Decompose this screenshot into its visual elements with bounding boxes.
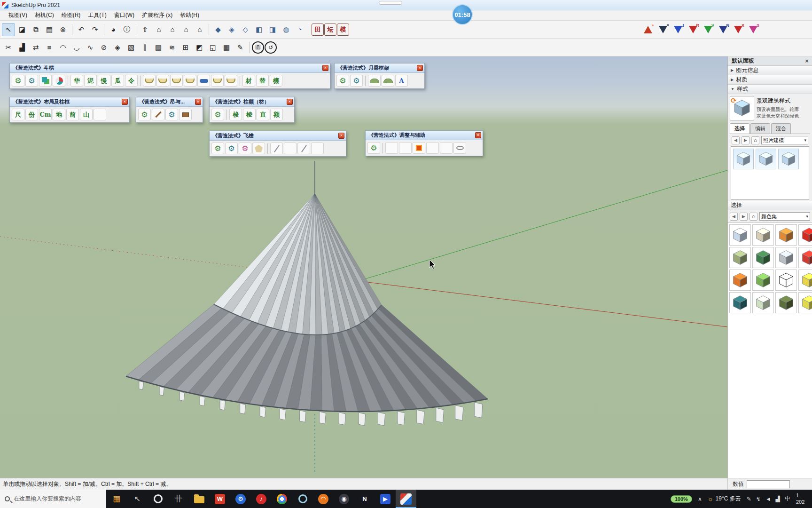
tool-structure-1-icon[interactable]: ⌂ bbox=[152, 23, 165, 36]
tool-mesh-icon[interactable]: ▦ bbox=[220, 41, 233, 54]
ptb-tiaozheng-sqred-icon[interactable] bbox=[413, 142, 425, 154]
photo-match-thumb-2[interactable] bbox=[756, 149, 776, 169]
recorder-handle[interactable] bbox=[379, 1, 402, 5]
style-swatch-13[interactable] bbox=[729, 292, 751, 313]
ptb-dougong-cup-icon[interactable] bbox=[143, 75, 156, 87]
tool-flip-icon[interactable]: ⇄ bbox=[29, 41, 42, 54]
tool-arrow-up-red[interactable]: + bbox=[642, 24, 654, 36]
ptb-dougong-cup-icon[interactable] bbox=[184, 75, 196, 87]
style-swatch-15[interactable] bbox=[775, 292, 797, 313]
taskbar-dark-app[interactable]: ◉ bbox=[334, 490, 354, 508]
taskbar-folder-app[interactable] bbox=[189, 490, 210, 508]
tool-push-pull-icon[interactable]: ⇧ bbox=[139, 23, 152, 36]
tool-circle-cn-icon[interactable]: 圆 bbox=[252, 41, 264, 54]
close-icon[interactable]: × bbox=[417, 65, 423, 71]
taskbar-chrome-app[interactable] bbox=[272, 490, 292, 508]
taskbar-tools-app[interactable]: 卄 bbox=[168, 490, 189, 508]
close-icon[interactable]: × bbox=[475, 132, 481, 138]
taskbar-settings-app[interactable]: ⚙ bbox=[230, 490, 251, 508]
menu-item-3[interactable]: 工具(T) bbox=[84, 10, 110, 20]
menu-item-5[interactable]: 扩展程序 (x) bbox=[138, 10, 176, 20]
close-icon[interactable]: × bbox=[122, 99, 128, 105]
ptb-buju-char-icon[interactable]: 山 bbox=[80, 109, 93, 120]
style-swatch-6[interactable] bbox=[752, 247, 774, 268]
tray-input-language-icon[interactable]: 中 bbox=[785, 495, 790, 503]
ptb-dougong-char-icon[interactable]: 令 bbox=[125, 75, 138, 87]
ptb-yueliang-arch-icon[interactable] bbox=[382, 75, 394, 87]
photo-match-thumb-1[interactable] bbox=[733, 149, 754, 169]
ptb-yueliang-arch-icon[interactable] bbox=[368, 75, 381, 87]
ptb-dougong-cup-icon[interactable] bbox=[170, 75, 183, 87]
forward-button[interactable]: ▶ bbox=[740, 213, 748, 221]
close-icon[interactable]: × bbox=[322, 65, 328, 71]
tool-arrow-down-pink[interactable]: S bbox=[747, 24, 759, 36]
tool-panel-tool-icon[interactable]: ▤ bbox=[152, 41, 165, 54]
ptb-feiyan-curve-icon[interactable] bbox=[270, 143, 283, 154]
tool-arrow-down-navy[interactable]: N bbox=[717, 24, 729, 36]
ptb-feiyan-curve-icon[interactable] bbox=[297, 143, 310, 154]
tool-spacing-icon[interactable]: ≡ bbox=[43, 41, 56, 54]
style-swatch-7[interactable] bbox=[775, 247, 797, 268]
taskbar-cursor-app[interactable]: ↖ bbox=[127, 490, 148, 508]
style-swatch-5[interactable] bbox=[729, 247, 751, 268]
tool-eraser-icon[interactable]: ◪ bbox=[16, 23, 29, 36]
tool-solid-2-icon[interactable]: ◈ bbox=[225, 23, 238, 36]
ptb-ang-gear-icon[interactable]: ⚙ bbox=[165, 109, 178, 120]
ptb-ang-gear-icon[interactable]: ⚙ bbox=[138, 109, 151, 120]
ptb-zhue-char-icon[interactable]: 梭 bbox=[229, 109, 242, 120]
tool-solid-7-icon[interactable]: ◔ bbox=[293, 23, 306, 36]
ptb-dougong-cup-icon[interactable] bbox=[156, 75, 169, 87]
ptb-buju-char-icon[interactable]: 尺 bbox=[12, 109, 24, 120]
tool-rotate-5-icon[interactable]: ↺ bbox=[265, 41, 277, 54]
menu-item-2[interactable]: 绘图(R) bbox=[58, 10, 85, 20]
ptb-buju-char-icon[interactable]: 地 bbox=[53, 109, 65, 120]
tool-undo-icon[interactable]: ↶ bbox=[75, 23, 88, 36]
tool-cn-mo-icon[interactable]: 模 bbox=[337, 24, 349, 36]
ptb-dougong-char-icon[interactable]: 泥 bbox=[84, 75, 97, 87]
taskbar-firefox-app[interactable]: ◠ bbox=[313, 490, 334, 508]
tool-grid-tool-icon[interactable]: ⊞ bbox=[179, 41, 192, 54]
ptb-tiaozheng-gear-icon[interactable]: ⚙ bbox=[367, 142, 380, 154]
ptb-tiaozheng-oval-icon[interactable] bbox=[453, 142, 466, 154]
ptb-yueliang-gear-icon[interactable]: ⚙ bbox=[336, 75, 349, 87]
tool-arrow-down-red[interactable]: R bbox=[687, 24, 699, 36]
ptb-dougong-char-icon[interactable]: 檩 bbox=[270, 75, 282, 87]
ptb-dougong-char-icon[interactable]: 慢 bbox=[98, 75, 110, 87]
section-entity-info[interactable]: ▶ 图元信息 bbox=[728, 66, 812, 75]
tool-solid-1-icon[interactable]: ◆ bbox=[211, 23, 225, 36]
tray-volume-icon[interactable]: ◄ bbox=[765, 496, 771, 502]
tool-redo-icon[interactable]: ↷ bbox=[88, 23, 102, 36]
menu-item-6[interactable]: 帮助(H) bbox=[176, 10, 203, 20]
ptb-tiaozheng-move-icon[interactable] bbox=[426, 142, 439, 154]
tool-corner-icon[interactable]: ◩ bbox=[193, 41, 206, 54]
taskbar-search[interactable]: 在这里输入你要搜索的内容 bbox=[0, 490, 106, 508]
tool-paint-bucket-icon[interactable]: ◕ bbox=[107, 23, 120, 36]
style-swatch-16[interactable] bbox=[798, 292, 812, 313]
close-icon[interactable]: × bbox=[338, 133, 344, 139]
ptb-feiyan-gear-icon[interactable]: ⚙ bbox=[211, 143, 224, 154]
taskbar-music-app[interactable]: ♪ bbox=[251, 490, 272, 508]
tool-arrow-down-green[interactable]: V bbox=[702, 24, 714, 36]
tray-network-icon[interactable]: ▟ bbox=[776, 496, 780, 502]
tool-arrow-down-blue[interactable]: J bbox=[672, 24, 684, 36]
taskbar-edge-app[interactable] bbox=[292, 490, 313, 508]
weather-widget[interactable]: ☼ 19°C 多云 bbox=[708, 495, 741, 503]
ptb-yueliang-gear-icon[interactable]: ⚙ bbox=[350, 75, 363, 87]
tray-bluetooth-icon[interactable]: ↯ bbox=[756, 496, 761, 502]
ptb-buju-arrowg-icon[interactable] bbox=[94, 109, 106, 120]
tool-solid-4-icon[interactable]: ◧ bbox=[252, 23, 265, 36]
ptb-zhue-gear-icon[interactable]: ⚙ bbox=[211, 109, 224, 120]
tool-solid-6-icon[interactable]: ◍ bbox=[280, 23, 293, 36]
ptb-buju-char-icon[interactable]: 份 bbox=[25, 109, 38, 120]
color-set-dropdown[interactable]: 颜色集 ▾ bbox=[759, 212, 810, 221]
style-swatch-4[interactable] bbox=[798, 224, 812, 246]
taskbar-sketchup-app[interactable] bbox=[396, 490, 416, 508]
back-button[interactable]: ◀ bbox=[732, 136, 740, 144]
ptb-yueliang-char-icon[interactable]: A bbox=[395, 75, 408, 87]
ptb-feiyan-gear-icon[interactable]: ⚙ bbox=[225, 143, 238, 154]
tool-cn-tu-icon[interactable]: 田 bbox=[312, 24, 324, 36]
taskbar-clock[interactable]: 1 202 bbox=[796, 492, 810, 505]
battery-indicator[interactable]: 100% bbox=[671, 495, 692, 503]
tool-knife-icon[interactable]: ✂ bbox=[2, 41, 15, 54]
forward-button[interactable]: ▶ bbox=[742, 136, 750, 144]
